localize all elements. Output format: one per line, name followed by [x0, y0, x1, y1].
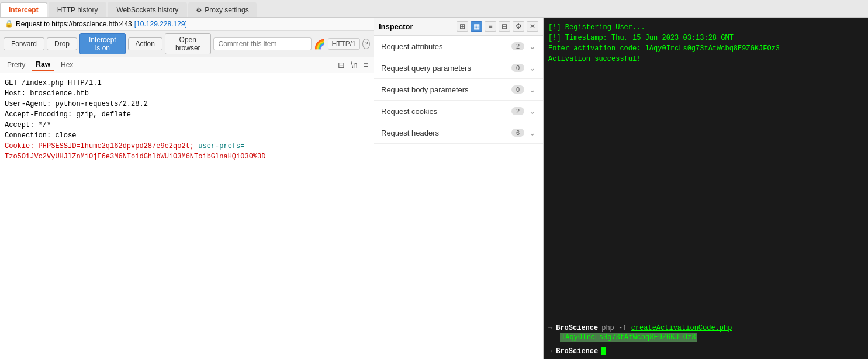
prompt-host-1: BroScience	[556, 324, 598, 332]
request-line-7: Cookie: PHPSESSID=1humc2q162dpvpd287e9e2…	[5, 141, 369, 151]
chevron-down-icon-4: ⌄	[529, 106, 536, 116]
inspector-view-grid-icon[interactable]: ▦	[471, 21, 482, 32]
inspector-badge-headers: 6	[511, 129, 524, 137]
action-button[interactable]: Action	[128, 37, 162, 50]
request-line-1: GET /index.php HTTP/1.1	[5, 78, 369, 88]
chevron-down-icon-5: ⌄	[529, 128, 536, 137]
inspector-label-headers: Request headers	[381, 129, 511, 137]
inspector-row-query[interactable]: Request query parameters 0 ⌄	[374, 57, 543, 79]
terminal-line-1: [!] Registering User...	[548, 22, 863, 33]
inspector-icons: ⊞ ▦ ≡ ⊟ ⚙ ✕	[457, 21, 538, 32]
terminal-output: [!] Registering User... [!] Timestamp: T…	[544, 18, 868, 320]
prompt-command-1: php -f createActivationCode.php	[601, 324, 732, 332]
left-panel: 🔒 Request to https://broscience.htb:443 …	[0, 18, 374, 359]
request-line-6: Connection: close	[5, 130, 369, 141]
cursor-icon	[601, 347, 606, 355]
inspector-row-headers[interactable]: Request headers 6 ⌄	[374, 122, 543, 144]
request-line-5: Accept: */*	[5, 120, 369, 130]
inspector-row-body[interactable]: Request body parameters 0 ⌄	[374, 79, 543, 101]
gear-icon: ⚙	[196, 6, 202, 14]
request-ip: [10.129.228.129]	[134, 20, 187, 28]
request-url-text: Request to https://broscience.htb:443	[16, 20, 132, 28]
terminal-line-2: [!] Timestamp: Thu, 15 Jun 2023 03:13:28…	[548, 33, 863, 43]
comment-input[interactable]	[213, 37, 312, 50]
help-icon[interactable]: ?	[362, 39, 370, 49]
inspector-row-cookies[interactable]: Request cookies 2 ⌄	[374, 101, 543, 122]
inspector-settings-icon[interactable]: ⚙	[513, 21, 524, 32]
terminal-panel: [!] Registering User... [!] Timestamp: T…	[544, 18, 868, 359]
http-version: HTTP/1	[328, 38, 360, 50]
inspector-badge-query: 0	[511, 64, 524, 72]
request-body: GET /index.php HTTP/1.1 Host: broscience…	[0, 73, 374, 359]
menu-icon[interactable]: ≡	[362, 60, 370, 70]
chevron-down-icon: ⌄	[529, 42, 536, 51]
request-line-3: User-Agent: python-requests/2.28.2	[5, 99, 369, 109]
prompt-host-2: BroScience	[556, 347, 598, 355]
tabs-bar: Intercept HTTP history WebSockets histor…	[0, 0, 868, 18]
prompt-highlight-1: createActivationCode.php	[631, 324, 732, 332]
chevron-down-icon-2: ⌄	[529, 63, 536, 73]
inspector-label-cookies: Request cookies	[381, 107, 511, 116]
inspector-label-body: Request body parameters	[381, 85, 511, 94]
activation-code: lAqy0IrcLs0g73tAtWcbq8E9ZGKJFOz3	[560, 333, 697, 342]
main-area: 🔒 Request to https://broscience.htb:443 …	[0, 18, 868, 359]
inspector-badge-cookies: 2	[511, 107, 524, 115]
terminal-line-3: Enter activation code: lAqy0IrcLs0g73tAt…	[548, 43, 863, 54]
inspector-view-list-icon[interactable]: ⊞	[457, 21, 468, 32]
chevron-down-icon-3: ⌄	[529, 85, 536, 94]
inspector-title: Inspector	[379, 22, 453, 31]
sub-icons: ⊟ \n ≡	[336, 60, 370, 70]
word-wrap-icon[interactable]: ⊟	[336, 60, 347, 70]
terminal-bottom: → BroScience php -f createActivationCode…	[544, 320, 868, 359]
sub-tab-hex[interactable]: Hex	[57, 60, 77, 70]
drop-button[interactable]: Drop	[47, 37, 77, 50]
inspector-badge-attributes: 2	[511, 42, 524, 50]
terminal-line-4: Activation successful!	[548, 54, 863, 64]
tab-websockets-history[interactable]: WebSockets history	[108, 2, 187, 17]
terminal-prompt-2: → BroScience	[548, 347, 863, 355]
inspector-label-query: Request query parameters	[381, 64, 511, 73]
forward-button[interactable]: Forward	[4, 37, 44, 50]
request-info-bar: 🔒 Request to https://broscience.htb:443 …	[0, 18, 374, 31]
sub-tab-pretty[interactable]: Pretty	[4, 60, 29, 70]
inspector-badge-body: 0	[511, 85, 524, 94]
inspector-header: Inspector ⊞ ▦ ≡ ⊟ ⚙ ✕	[374, 18, 543, 36]
rainbow-icon: 🌈	[314, 39, 326, 50]
prompt-arrow-1: →	[548, 324, 552, 332]
sub-toolbar: Pretty Raw Hex ⊟ \n ≡	[0, 57, 374, 73]
toolbar: Forward Drop Intercept is on Action Open…	[0, 31, 374, 57]
inspector-align-icon[interactable]: ≡	[485, 21, 496, 32]
indent-icon[interactable]: \n	[349, 60, 359, 70]
request-line-8: Tzo5OiJVc2VyUHJlZnMiOjE6e3M6NToidGhlbWUi…	[5, 151, 369, 162]
inspector-row-attributes[interactable]: Request attributes 2 ⌄	[374, 36, 543, 57]
request-line-4: Accept-Encoding: gzip, deflate	[5, 109, 369, 120]
inspector-split-icon[interactable]: ⊟	[499, 21, 510, 32]
request-line-2: Host: broscience.htb	[5, 88, 369, 99]
tab-http-history[interactable]: HTTP history	[49, 2, 107, 17]
prompt-arrow-2: →	[548, 347, 552, 355]
tab-proxy-settings[interactable]: ⚙ Proxy settings	[188, 2, 256, 17]
lock-icon: 🔒	[5, 20, 13, 28]
activation-code-line: lAqy0IrcLs0g73tAtWcbq8E9ZGKJFOz3	[548, 333, 863, 341]
open-browser-button[interactable]: Open browser	[165, 33, 211, 54]
inspector-label-attributes: Request attributes	[381, 42, 511, 51]
terminal-prompt-1: → BroScience php -f createActivationCode…	[548, 324, 863, 332]
inspector-panel: Inspector ⊞ ▦ ≡ ⊟ ⚙ ✕ Request attributes…	[374, 18, 544, 359]
inspector-close-icon[interactable]: ✕	[527, 21, 538, 32]
intercept-button[interactable]: Intercept is on	[79, 33, 126, 54]
sub-tab-raw[interactable]: Raw	[32, 59, 54, 71]
tab-intercept[interactable]: Intercept	[0, 2, 47, 17]
